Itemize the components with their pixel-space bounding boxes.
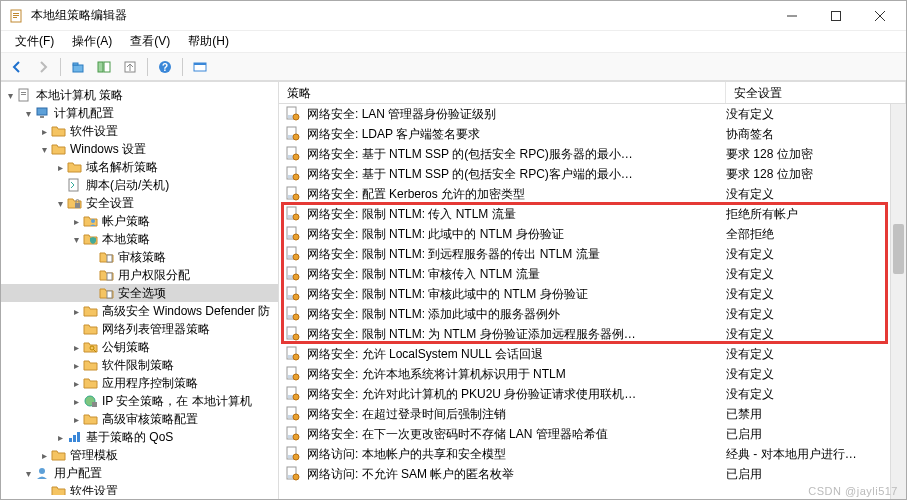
tree-item[interactable]: ▸IP 安全策略，在 本地计算机 — [1, 392, 278, 410]
policy-icon — [285, 166, 301, 182]
folder-icon — [83, 322, 99, 336]
list-row[interactable]: 网络安全: 限制 NTLM: 到远程服务器的传出 NTLM 流量没有定义 — [279, 244, 906, 264]
expand-icon[interactable]: ▸ — [53, 162, 67, 173]
tree-item[interactable]: ▸高级安全 Windows Defender 防 — [1, 302, 278, 320]
back-button[interactable] — [5, 56, 29, 78]
column-header-policy[interactable]: 策略 — [279, 82, 726, 103]
list-row[interactable]: 网络安全: LDAP 客户端签名要求协商签名 — [279, 124, 906, 144]
forward-button[interactable] — [31, 56, 55, 78]
up-button[interactable] — [66, 56, 90, 78]
list-row[interactable]: 网络安全: 限制 NTLM: 传入 NTLM 流量拒绝所有帐户 — [279, 204, 906, 224]
tree-item[interactable]: 安全选项 — [1, 284, 278, 302]
policy-name: 网络安全: 限制 NTLM: 此域中的 NTLM 身份验证 — [307, 226, 726, 243]
view-button[interactable] — [188, 56, 212, 78]
tree-label: 网络列表管理器策略 — [102, 321, 210, 338]
tree-item[interactable]: ▸域名解析策略 — [1, 158, 278, 176]
expand-icon[interactable]: ▸ — [69, 378, 83, 389]
menu-item[interactable]: 查看(V) — [122, 31, 178, 52]
menu-item[interactable]: 文件(F) — [7, 31, 62, 52]
expand-icon[interactable]: ▸ — [37, 126, 51, 137]
menu-item[interactable]: 帮助(H) — [180, 31, 237, 52]
policy-setting: 已启用 — [726, 426, 900, 443]
list-row[interactable]: 网络安全: 限制 NTLM: 审核传入 NTLM 流量没有定义 — [279, 264, 906, 284]
expand-icon[interactable]: ▸ — [37, 450, 51, 461]
list-row[interactable]: 网络安全: 在超过登录时间后强制注销已禁用 — [279, 404, 906, 424]
expand-icon[interactable]: ▸ — [69, 216, 83, 227]
tree-root[interactable]: ▾本地计算机 策略 — [1, 86, 278, 104]
expand-icon[interactable]: ▾ — [69, 234, 83, 245]
expand-icon[interactable]: ▸ — [69, 342, 83, 353]
tree-item[interactable]: ▸管理模板 — [1, 446, 278, 464]
folder-lock-icon — [67, 196, 83, 210]
tree-label: 脚本(启动/关机) — [86, 177, 169, 194]
folder-doc-icon — [99, 286, 115, 300]
expand-icon[interactable]: ▾ — [53, 198, 67, 209]
svg-rect-33 — [73, 435, 76, 442]
tree-item[interactable]: 审核策略 — [1, 248, 278, 266]
list-row[interactable]: 网络安全: 在下一次更改密码时不存储 LAN 管理器哈希值已启用 — [279, 424, 906, 444]
tree-item[interactable]: ▸帐户策略 — [1, 212, 278, 230]
tree-item[interactable]: ▸高级审核策略配置 — [1, 410, 278, 428]
list-row[interactable]: 网络访问: 本地帐户的共享和安全模型经典 - 对本地用户进行… — [279, 444, 906, 464]
svg-point-62 — [293, 274, 299, 280]
minimize-button[interactable] — [770, 2, 814, 30]
column-header-setting[interactable]: 安全设置 — [726, 82, 906, 103]
vertical-scrollbar[interactable] — [890, 104, 906, 499]
policy-name: 网络安全: 基于 NTLM SSP 的(包括安全 RPC)服务器的最小… — [307, 146, 726, 163]
tree-item[interactable]: 用户权限分配 — [1, 266, 278, 284]
tree-item[interactable]: ▾计算机配置 — [1, 104, 278, 122]
expand-icon[interactable]: ▸ — [53, 432, 67, 443]
list-row[interactable]: 网络安全: 基于 NTLM SSP 的(包括安全 RPC)客户端的最小…要求 1… — [279, 164, 906, 184]
svg-point-24 — [91, 219, 95, 223]
expand-icon[interactable]: ▾ — [21, 108, 35, 119]
expand-icon[interactable]: ▾ — [21, 468, 35, 479]
policy-setting: 没有定义 — [726, 106, 900, 123]
tree-item[interactable]: ▾安全设置 — [1, 194, 278, 212]
list-row[interactable]: 网络安全: 允许本地系统将计算机标识用于 NTLM没有定义 — [279, 364, 906, 384]
menu-item[interactable]: 操作(A) — [64, 31, 120, 52]
folder-icon — [51, 448, 67, 462]
expand-icon[interactable]: ▸ — [69, 360, 83, 371]
list-row[interactable]: 网络安全: 限制 NTLM: 审核此域中的 NTLM 身份验证没有定义 — [279, 284, 906, 304]
close-button[interactable] — [858, 2, 902, 30]
expand-icon[interactable]: ▾ — [3, 90, 17, 101]
policy-icon — [285, 406, 301, 422]
tree-label: 本地计算机 策略 — [36, 87, 123, 104]
svg-point-65 — [293, 294, 299, 300]
list-row[interactable]: 网络安全: 允许对此计算机的 PKU2U 身份验证请求使用联机…没有定义 — [279, 384, 906, 404]
show-hide-tree-button[interactable] — [92, 56, 116, 78]
tree-item[interactable]: ▾本地策略 — [1, 230, 278, 248]
export-button[interactable] — [118, 56, 142, 78]
tree-item[interactable]: ▾用户配置 — [1, 464, 278, 482]
list-row[interactable]: 网络安全: 限制 NTLM: 为 NTLM 身份验证添加远程服务器例…没有定义 — [279, 324, 906, 344]
list-row[interactable]: 网络安全: 允许 LocalSystem NULL 会话回退没有定义 — [279, 344, 906, 364]
policy-icon — [285, 306, 301, 322]
list-row[interactable]: 网络安全: LAN 管理器身份验证级别没有定义 — [279, 104, 906, 124]
svg-rect-31 — [92, 402, 97, 407]
tree-label: 安全选项 — [118, 285, 166, 302]
policy-setting: 拒绝所有帐户 — [726, 206, 900, 223]
expand-icon[interactable]: ▾ — [37, 144, 51, 155]
tree-item[interactable]: ▸应用程序控制策略 — [1, 374, 278, 392]
list-row[interactable]: 网络访问: 不允许 SAM 帐户的匿名枚举已启用 — [279, 464, 906, 484]
tree-item[interactable]: 软件设置 — [1, 482, 278, 495]
expand-icon[interactable]: ▸ — [69, 414, 83, 425]
maximize-button[interactable] — [814, 2, 858, 30]
scroll-thumb[interactable] — [893, 224, 904, 274]
help-button[interactable]: ? — [153, 56, 177, 78]
tree-item[interactable]: ▾Windows 设置 — [1, 140, 278, 158]
list-row[interactable]: 网络安全: 限制 NTLM: 添加此域中的服务器例外没有定义 — [279, 304, 906, 324]
expand-icon[interactable]: ▸ — [69, 396, 83, 407]
list-row[interactable]: 网络安全: 基于 NTLM SSP 的(包括安全 RPC)服务器的最小…要求 1… — [279, 144, 906, 164]
list-row[interactable]: 网络安全: 限制 NTLM: 此域中的 NTLM 身份验证全部拒绝 — [279, 224, 906, 244]
tree-item[interactable]: 脚本(启动/关机) — [1, 176, 278, 194]
expand-icon[interactable]: ▸ — [69, 306, 83, 317]
tree-item[interactable]: ▸软件设置 — [1, 122, 278, 140]
svg-rect-11 — [104, 62, 110, 72]
tree-item[interactable]: ▸软件限制策略 — [1, 356, 278, 374]
tree-item[interactable]: 网络列表管理器策略 — [1, 320, 278, 338]
tree-label: 软件限制策略 — [102, 357, 174, 374]
tree-item[interactable]: ▸公钥策略 — [1, 338, 278, 356]
list-row[interactable]: 网络安全: 配置 Kerberos 允许的加密类型没有定义 — [279, 184, 906, 204]
tree-item[interactable]: ▸基于策略的 QoS — [1, 428, 278, 446]
